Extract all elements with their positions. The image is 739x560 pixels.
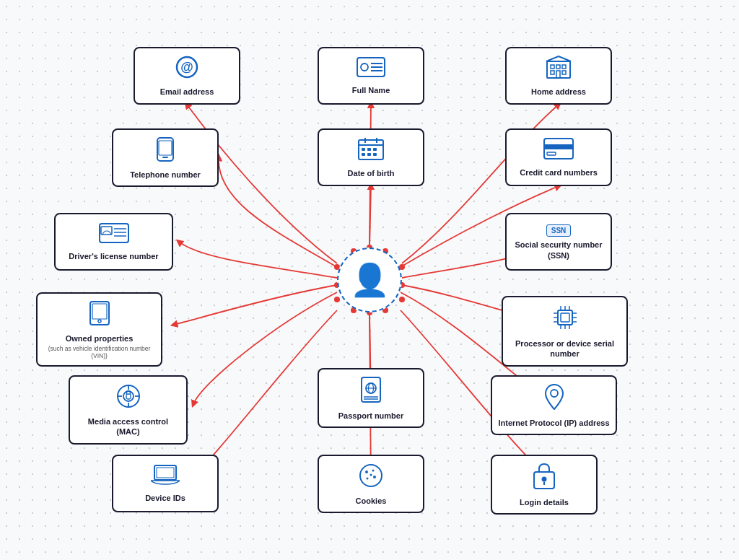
lock-circle-icon [116, 384, 141, 412]
deviceids-label: Device IDs [145, 493, 185, 503]
phone-icon [157, 137, 174, 165]
svg-rect-34 [367, 148, 371, 151]
cookie-icon [359, 463, 383, 491]
tablet-icon [89, 301, 110, 329]
homeaddress-label: Home address [531, 87, 586, 97]
login-label: Login details [520, 497, 569, 507]
fullname-node: Full Name [318, 47, 424, 105]
svg-rect-35 [373, 148, 377, 151]
telephone-label: Telephone number [130, 170, 201, 180]
svg-point-8 [399, 297, 405, 302]
svg-rect-21 [556, 65, 560, 69]
svg-text:@: @ [180, 60, 193, 74]
creditcard-icon [543, 138, 574, 163]
creditcard-label: Credit card numbers [520, 167, 598, 178]
ssn-label: Social security number (SSN) [512, 240, 605, 261]
cookies-label: Cookies [356, 496, 387, 506]
person-icon: 👤 [350, 261, 390, 299]
svg-point-84 [373, 476, 376, 478]
dob-label: Date of birth [348, 168, 395, 178]
building-icon [546, 56, 572, 82]
processor-node: Processor or device serial number [502, 296, 628, 367]
svg-rect-19 [547, 61, 570, 78]
svg-rect-49 [92, 304, 107, 319]
svg-point-88 [542, 477, 547, 482]
calendar-icon [358, 137, 384, 164]
driverslicense-node: Driver's license number [54, 213, 173, 271]
ssn-node: SSN Social security number (SSN) [505, 213, 612, 271]
lock-screen-icon [533, 463, 555, 493]
svg-rect-24 [556, 71, 560, 78]
car-id-icon [99, 223, 129, 247]
processor-label: Processor or device serial number [509, 338, 621, 359]
passport-node: Passport number [318, 368, 424, 428]
cpu-icon [552, 305, 578, 334]
svg-point-7 [334, 297, 340, 302]
svg-rect-36 [362, 153, 365, 156]
login-node: Login details [491, 455, 598, 515]
deviceids-node: Device IDs [112, 455, 219, 512]
svg-rect-22 [562, 65, 566, 69]
svg-rect-71 [126, 394, 131, 399]
svg-rect-23 [551, 71, 554, 74]
svg-rect-33 [362, 148, 365, 151]
svg-point-86 [370, 474, 372, 476]
email-icon: @ [173, 56, 201, 82]
passport-label: Passport number [338, 411, 403, 421]
svg-rect-80 [157, 468, 174, 478]
creditcard-node: Credit card numbers [505, 128, 612, 186]
homeaddress-node: Home address [505, 47, 612, 105]
svg-rect-38 [373, 153, 377, 156]
ownedprops-label: Owned properties [66, 333, 134, 344]
ip-label: Internet Protocol (IP) address [498, 418, 609, 428]
svg-rect-50 [558, 310, 572, 325]
svg-rect-72 [362, 377, 380, 402]
svg-rect-47 [90, 302, 109, 325]
svg-rect-37 [367, 153, 371, 156]
ownedprops-node: Owned properties (such as vehicle identi… [36, 292, 162, 367]
ownedprops-sublabel: (such as vehicle identification number (… [43, 345, 155, 359]
svg-rect-51 [561, 313, 569, 322]
cookies-node: Cookies [318, 455, 424, 513]
mac-node: Media access control (MAC) [69, 375, 188, 445]
email-node: @ Email address [134, 47, 240, 105]
svg-rect-28 [159, 141, 172, 155]
driverslicense-label: Driver's license number [69, 251, 158, 261]
location-icon [544, 384, 564, 414]
svg-point-82 [365, 471, 368, 473]
svg-point-83 [372, 470, 375, 472]
passport-icon [361, 377, 381, 406]
svg-rect-20 [551, 65, 554, 69]
laptop-icon [151, 465, 180, 489]
mac-label: Media access control (MAC) [76, 416, 180, 437]
svg-point-78 [551, 390, 558, 397]
email-label: Email address [160, 87, 214, 97]
fullname-label: Full Name [352, 85, 390, 95]
svg-rect-41 [547, 152, 556, 155]
ip-node: Internet Protocol (IP) address [491, 375, 617, 435]
diagram-container: 👤 @ Email address Full Name Home address… [0, 0, 739, 560]
svg-rect-25 [562, 71, 566, 74]
ssn-badge: SSN [546, 224, 572, 237]
svg-rect-40 [544, 144, 573, 149]
center-person-node: 👤 [337, 248, 402, 312]
id-card-icon [357, 57, 385, 81]
svg-point-85 [367, 478, 369, 480]
dob-node: Date of birth [318, 128, 424, 186]
telephone-node: Telephone number [112, 128, 219, 187]
svg-point-48 [98, 320, 101, 323]
svg-point-15 [361, 64, 368, 71]
